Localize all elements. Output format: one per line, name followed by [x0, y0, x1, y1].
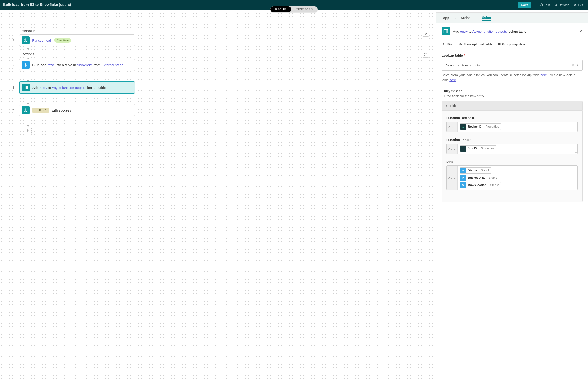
add-step-button[interactable]: + [24, 127, 32, 134]
undo-button[interactable] [423, 31, 429, 37]
zoom-out-button[interactable]: − [423, 44, 429, 50]
update-table-link[interactable]: here [540, 73, 547, 77]
data-pill-source: Step 2 [488, 182, 501, 188]
fit-view-button[interactable] [423, 52, 429, 57]
svg-rect-7 [498, 43, 499, 45]
lookup-help-text: Select from your lookup tables. You can … [441, 73, 583, 82]
return-badge: RETURN [32, 108, 49, 113]
return-icon [22, 106, 29, 114]
data-pill-name: Status [466, 168, 479, 173]
step-add-entry[interactable]: Add entry to Async function outputs look… [19, 81, 135, 94]
step-number: 4 [11, 108, 16, 112]
data-pill[interactable]: Recipe IDProperties [460, 123, 501, 130]
snowflake-icon [22, 61, 29, 69]
data-pill[interactable]: Job IDProperties [460, 145, 497, 152]
step-number: 3 [11, 86, 16, 89]
svg-point-5 [443, 43, 445, 45]
resize-handle[interactable] [575, 151, 577, 153]
search-icon [443, 43, 446, 46]
lookup-table-label: Lookup table * [441, 54, 583, 57]
lookup-table-value: Async function outputs [445, 63, 480, 67]
data-pill-source: Step 2 [479, 168, 491, 173]
type-indicator: A B C [447, 166, 458, 190]
snowflake-icon [460, 182, 466, 188]
snowflake-icon [460, 175, 466, 181]
entry-field-label: Function Job ID [446, 138, 578, 142]
realtime-badge: Real-time [54, 38, 71, 42]
clear-selection-button[interactable]: ✕ [569, 63, 576, 67]
undo-icon [424, 32, 427, 35]
refresh-icon [554, 3, 557, 6]
chevron-down-icon: ▼ [576, 64, 579, 66]
tab-test-jobs[interactable]: TEST JOBS [291, 6, 317, 12]
data-pill[interactable]: Bucket URLStep 2 [460, 174, 499, 181]
data-pill-input[interactable]: A B CJob IDProperties [446, 144, 578, 154]
workato-icon [460, 124, 466, 130]
recipe-canvas[interactable]: + − TRIGGER 1 Function call Real-time AC… [0, 12, 436, 383]
close-icon [574, 3, 577, 6]
create-table-link[interactable]: here [449, 78, 456, 82]
eye-icon [459, 43, 462, 46]
chevron-down-icon: ▼ [445, 105, 448, 107]
columns-icon [498, 43, 501, 46]
entry-fields-subtitle: Fill the fields for the new entry [441, 94, 583, 98]
entry-field-label: Data [446, 160, 578, 164]
show-optional-button[interactable]: Show optional fields [459, 42, 492, 46]
data-pill-name: Rows loaded [466, 182, 488, 188]
data-pill[interactable]: Rows loadedStep 2 [460, 182, 501, 188]
find-button[interactable]: Find [443, 42, 453, 46]
entry-field-label: Function Recipe ID [446, 116, 578, 120]
data-pill-name: Recipe ID [466, 124, 483, 130]
panel-title: Add entry to Async function outputs look… [453, 29, 576, 33]
step-bulk-load[interactable]: Bulk load rows into a table in Snowflake… [19, 59, 135, 71]
table-icon [441, 27, 450, 36]
snowflake-icon [460, 168, 466, 173]
chevron-right-icon: → [453, 16, 457, 20]
svg-rect-9 [500, 43, 501, 45]
data-pill-input[interactable]: A B CRecipe IDProperties [446, 122, 578, 132]
fit-icon [424, 53, 427, 56]
step-return[interactable]: RETURN with success [19, 104, 135, 116]
data-pill[interactable]: StatusStep 2 [460, 167, 491, 174]
svg-rect-2 [24, 86, 28, 89]
data-pill-source: Step 2 [487, 175, 499, 181]
trigger-section-label: TRIGGER [22, 30, 135, 32]
data-pill-input[interactable]: A B CStatusStep 2Bucket URLStep 2Rows lo… [446, 165, 578, 190]
chevron-right-icon: → [475, 16, 478, 20]
collapse-toggle[interactable]: ▼ Hide [441, 101, 583, 111]
actions-section-label: ACTIONS [22, 53, 135, 56]
type-indicator: A B C [447, 122, 458, 132]
crumb-app[interactable]: App [443, 16, 449, 20]
step-trigger[interactable]: Function call Real-time [19, 34, 135, 46]
svg-rect-8 [499, 43, 500, 45]
workato-icon [460, 146, 466, 152]
data-pill-source: Properties [483, 124, 501, 130]
tab-recipe[interactable]: RECIPE [271, 6, 292, 12]
crumb-action[interactable]: Action [461, 16, 471, 20]
step-number: 1 [11, 38, 16, 42]
view-tabs: RECIPE TEST JOBS [271, 6, 318, 12]
resize-handle[interactable] [575, 129, 577, 131]
step-number: 2 [11, 63, 16, 67]
lookup-table-select[interactable]: Async function outputs ✕ ▼ [441, 60, 583, 71]
data-pill-name: Job ID [466, 146, 479, 152]
table-icon [22, 84, 30, 91]
zoom-in-button[interactable]: + [423, 38, 429, 44]
entry-fields-label: Entry fields * [441, 89, 583, 93]
data-pill-name: Bucket URL [466, 175, 487, 181]
play-icon [540, 3, 543, 6]
group-map-button[interactable]: Group map data [498, 42, 525, 46]
config-panel: App → Action → Setup Add entry to Async … [436, 12, 588, 383]
panel-breadcrumbs: App → Action → Setup [436, 13, 588, 23]
close-panel-button[interactable]: ✕ [579, 29, 583, 34]
data-pill-source: Properties [479, 146, 496, 152]
type-indicator: A B C [447, 144, 458, 154]
resize-handle[interactable] [575, 187, 577, 190]
svg-rect-4 [444, 30, 448, 33]
crumb-setup[interactable]: Setup [482, 16, 491, 21]
svg-point-6 [460, 44, 461, 45]
